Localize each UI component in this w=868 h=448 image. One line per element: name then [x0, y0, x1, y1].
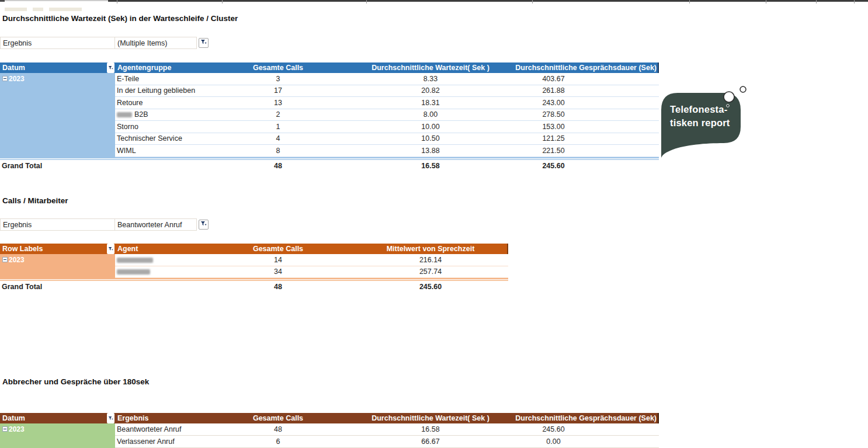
- minus-icon: [4, 429, 6, 429]
- table-body: 2023 E-Teile 3 8.33 403.67 In der Leitun…: [0, 73, 659, 172]
- header-agent: Agent: [117, 244, 138, 254]
- redacted-agent-name: [117, 258, 153, 263]
- cell-wait: 8.00: [328, 110, 533, 119]
- cell-calls: 1: [228, 123, 328, 131]
- header-filter-button[interactable]: [107, 413, 114, 423]
- cell-calls: 3: [228, 75, 328, 83]
- table-row: Retoure 13 18.31 243.00: [115, 97, 659, 109]
- cell-duration: 0.00: [533, 437, 659, 446]
- annotation-bubble: Telefonesta- tisken report: [659, 85, 752, 164]
- pivot-title-mitarbeiter: Calls / Mitarbeiter: [2, 196, 68, 205]
- cell-wait: 66.67: [328, 437, 533, 446]
- row-label-cell-2023: 2023: [0, 423, 115, 448]
- filter-dropdown-button[interactable]: [199, 220, 209, 230]
- collapse-toggle[interactable]: [2, 426, 8, 432]
- table-row: E-Teile 3 8.33 403.67: [115, 73, 659, 85]
- grand-total-row: Grand Total 48 16.58 245.60: [0, 160, 659, 172]
- cell-mean-talktime: 216.14: [328, 256, 508, 264]
- grand-total-label: Grand Total: [0, 283, 115, 291]
- gridline-tick: [854, 0, 855, 4]
- cell-wait: 13.88: [328, 147, 533, 155]
- bubble-text-line1: Telefonesta-: [670, 103, 747, 116]
- table-row: Beantworteter Anruf 48 16.58 245.60: [115, 423, 659, 436]
- cell-wait: 18.31: [328, 99, 533, 107]
- table-header-row: Datum Agentengruppe Gesamte Calls Durchs…: [0, 62, 659, 73]
- collapse-toggle[interactable]: [2, 76, 8, 81]
- cell-duration: 245.60: [533, 425, 659, 433]
- gridline-tick: [816, 0, 817, 4]
- header-ergebnis: Ergebnis: [117, 413, 149, 423]
- header-datum: Datum: [2, 413, 25, 423]
- cell-ergebnis: Beantworteter Anruf: [115, 425, 228, 433]
- cell-duration: 278.50: [533, 110, 659, 119]
- cell-wait: 16.58: [328, 425, 533, 433]
- cell-calls: 6: [228, 437, 328, 446]
- filter-field-label: Ergebnis: [0, 37, 115, 49]
- cell-duration: 261.88: [533, 86, 659, 95]
- header-edge: [658, 413, 659, 423]
- header-mittelwert-sprechzeit: Mittelwert von Sprechzeit: [353, 244, 508, 254]
- cell-wait: 10.50: [328, 134, 533, 143]
- table-row: Technischer Service 4 10.50 121.25: [115, 133, 659, 145]
- top-strip-segment: [5, 0, 108, 1]
- redacted-agent-name: [117, 269, 150, 275]
- cell-calls: 34: [228, 268, 328, 276]
- cell-calls: 14: [228, 256, 328, 264]
- cell-wait: 10.00: [328, 123, 533, 131]
- filter-funnel-icon: [200, 220, 207, 229]
- cell-duration: 221.50: [533, 147, 659, 155]
- table-body: 2023 Beantworteter Anruf 48 16.58 245.60…: [0, 423, 659, 448]
- header-wartezeit: Durchschnittliche Wartezeit( Sek ): [328, 413, 533, 423]
- table-row: Verlassener Anruf 6 66.67 0.00: [115, 436, 659, 448]
- cell-group: B2B: [115, 110, 228, 119]
- header-filter-button[interactable]: [107, 62, 114, 73]
- filter-field-value: Beantworteter Anruf: [115, 218, 197, 231]
- bubble-text-line2: tisken report: [670, 116, 747, 130]
- cell-calls: 4: [228, 134, 328, 143]
- header-filter-button[interactable]: [107, 244, 114, 254]
- cell-duration: 243.00: [533, 99, 659, 107]
- cell-duration: 121.25: [533, 134, 659, 143]
- table-row: Storno 1 10.00 153.00: [115, 121, 659, 133]
- cell-group: WIML: [115, 147, 228, 155]
- cell-duration: 153.00: [533, 123, 659, 131]
- cell-mean-talktime: 257.74: [328, 268, 508, 276]
- spreadsheet-canvas: Durchschnittliche Wartezeit (Sek) in der…: [0, 0, 868, 448]
- year-label: 2023: [9, 75, 25, 83]
- header-datum: Datum: [2, 62, 25, 73]
- pivot-title-abbrecher: Abbrecher und Gespräche über 180sek: [2, 377, 149, 386]
- row-label-cell-2023: 2023: [0, 254, 115, 278]
- grand-total-label: Grand Total: [0, 162, 115, 170]
- gridline-tick: [366, 0, 367, 4]
- pivot-table-abbrecher: Datum Ergebnis Gesamte Calls Durchschnit…: [0, 413, 659, 448]
- minus-icon: [4, 259, 6, 260]
- pivot-title-wartezeit: Durchschnittliche Wartezeit (Sek) in der…: [2, 14, 238, 23]
- header-gesamte-calls: Gesamte Calls: [228, 244, 328, 254]
- cell-group: Technischer Service: [115, 134, 228, 143]
- gridline-tick: [766, 0, 766, 4]
- gridline-tick: [117, 0, 117, 4]
- cropped-cell-fragment: [33, 8, 43, 11]
- gridline-tick: [689, 0, 690, 4]
- collapse-toggle[interactable]: [2, 257, 8, 262]
- cell-calls: 48: [228, 425, 328, 433]
- cell-group: In der Leitung geblieben: [115, 86, 228, 95]
- cropped-cell-fragment: [49, 8, 82, 11]
- redacted-text: [117, 112, 132, 117]
- cell-duration: 403.67: [533, 75, 659, 83]
- grand-total-duration: 245.60: [533, 162, 659, 170]
- grand-total-row: Grand Total 48 245.60: [0, 281, 508, 293]
- filter-dropdown-button[interactable]: [199, 38, 209, 48]
- cell-wait: 8.33: [328, 75, 533, 83]
- table-row: B2B 2 8.00 278.50: [115, 109, 659, 121]
- header-gesamte-calls: Gesamte Calls: [228, 62, 328, 73]
- cell-calls: 17: [228, 86, 328, 95]
- header-wartezeit: Durchschnittliche Wartezeit( Sek ): [328, 62, 533, 73]
- gridline-tick: [222, 0, 223, 4]
- filter-field-value: (Multiple Items): [115, 37, 197, 49]
- table-header-row: Datum Ergebnis Gesamte Calls Durchschnit…: [0, 413, 659, 423]
- gridline-tick: [532, 0, 533, 4]
- table-row: 14 216.14: [115, 254, 508, 266]
- cell-calls: 8: [228, 147, 328, 155]
- pivot-table-wartezeit: Datum Agentengruppe Gesamte Calls Durchs…: [0, 62, 659, 172]
